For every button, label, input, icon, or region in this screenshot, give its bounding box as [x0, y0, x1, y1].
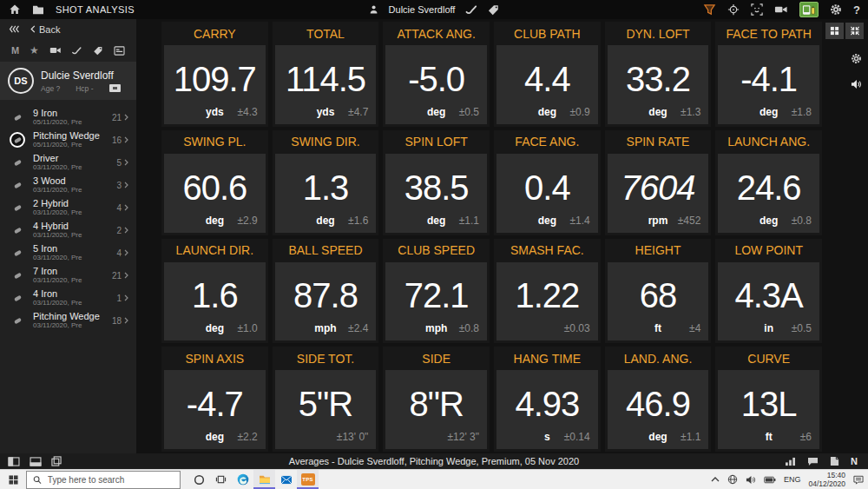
metric-label: SIDE TOT. — [273, 347, 379, 370]
metric-tile[interactable]: SIDE 8"R ±12' 3" — [383, 347, 490, 452]
club-list-item[interactable]: Pitching Wedge 05/11/2020, Pre 16 — [0, 129, 136, 151]
settings-gear-icon[interactable] — [830, 3, 842, 16]
active-player-name[interactable]: Dulcie Sverdloff — [389, 4, 456, 15]
club-count: 2 — [116, 226, 128, 235]
club-list-item[interactable]: 7 Iron 03/11/2020, Pre 21 — [0, 264, 136, 287]
folder-icon[interactable] — [32, 4, 44, 15]
battery-icon[interactable] — [764, 476, 776, 484]
favorite-star-icon[interactable]: ★ — [30, 44, 39, 56]
metric-tolerance: ±452 — [678, 215, 701, 227]
cortana-icon[interactable] — [188, 470, 210, 489]
metric-tile[interactable]: SPIN RATE 7604 rpm ±452 — [605, 130, 712, 235]
player-row[interactable]: DS Dulcie Sverdloff Age ? Hcp - — [0, 62, 136, 100]
grid-view-button[interactable] — [825, 23, 844, 39]
metric-tolerance: ±0.5 — [792, 322, 812, 334]
club-list-item[interactable]: 9 Iron 05/11/2020, Pre 21 — [0, 106, 136, 129]
club-list-item[interactable]: 4 Hybrid 03/11/2020, Pre 2 — [0, 219, 136, 241]
tag-icon[interactable] — [487, 4, 499, 16]
video-camera-icon[interactable] — [774, 4, 788, 15]
metric-tile[interactable]: SWING DIR. 1.3 deg ±1.6 — [273, 130, 379, 235]
action-center-icon[interactable] — [853, 475, 864, 485]
face-detect-icon[interactable] — [751, 3, 763, 16]
page-title: SHOT ANALYSIS — [56, 4, 135, 15]
home-icon[interactable] — [9, 3, 21, 16]
metric-tile[interactable]: CLUB SPEED 72.1 mph ±0.8 — [383, 239, 490, 344]
exit-fullscreen-button[interactable] — [845, 23, 864, 39]
metric-tile[interactable]: TOTAL 114.5 yds ±4.7 — [273, 22, 379, 127]
metric-body: 46.9 deg ±1.1 — [608, 370, 709, 449]
club-name: 2 Hybrid — [33, 199, 108, 209]
metric-tile[interactable]: HANG TIME 4.93 s ±0.14 — [494, 347, 601, 452]
metric-tile[interactable]: LAUNCH DIR. 1.6 deg ±1.0 — [161, 239, 268, 344]
metric-tile[interactable]: HEIGHT 68 ft ±4 — [605, 239, 712, 344]
help-button[interactable]: ? — [853, 3, 860, 17]
metric-tile[interactable]: FACE TO PATH -4.1 deg ±1.8 — [715, 22, 822, 127]
metric-footer: deg ±0.5 — [385, 106, 487, 118]
tray-chevron-icon[interactable] — [711, 477, 720, 482]
language-indicator[interactable]: ENG — [784, 475, 801, 484]
metric-tile[interactable]: SPIN LOFT 38.5 deg ±1.1 — [383, 130, 490, 235]
metric-tile[interactable]: LAUNCH ANG. 24.6 deg ±0.8 — [715, 130, 822, 235]
club-head-icon — [10, 132, 25, 148]
club-list-item[interactable]: 2 Hybrid 03/11/2020, Pre 4 — [0, 196, 136, 219]
search-input[interactable] — [48, 475, 174, 485]
club-text: Pitching Wedge 03/11/2020, Pre — [33, 312, 104, 330]
club-text: 3 Wood 03/11/2020, Pre — [33, 176, 108, 195]
topbar-right: ? — [703, 2, 868, 17]
player-card-icon[interactable] — [109, 84, 121, 92]
club-list-item[interactable]: Pitching Wedge 03/11/2020, Pre 18 — [0, 309, 136, 332]
metric-tile[interactable]: SWING PL. 60.6 deg ±2.9 — [161, 130, 268, 235]
metric-tile[interactable]: LOW POINT 4.3A in ±0.5 — [715, 239, 822, 344]
filter-funnel-icon[interactable] — [703, 3, 716, 16]
start-button[interactable] — [0, 470, 26, 489]
metric-value: 24.6 — [737, 169, 801, 208]
metric-tile[interactable]: DYN. LOFT 33.2 deg ±1.3 — [605, 22, 712, 127]
status-bar: Averages - Dulcie Sverdloff, Pitching We… — [0, 453, 868, 469]
filter-card-icon[interactable] — [114, 46, 125, 56]
club-text: Pitching Wedge 05/11/2020, Pre — [33, 131, 104, 149]
mail-icon[interactable] — [275, 470, 297, 489]
club-count: 21 — [112, 113, 128, 122]
club-list-item[interactable]: 3 Wood 03/11/2020, Pre 3 — [0, 174, 136, 196]
filter-club-icon[interactable] — [71, 46, 82, 56]
device-connected-indicator[interactable] — [799, 2, 819, 17]
metric-tile[interactable]: SMASH FAC. 1.22 ±0.03 — [494, 239, 601, 344]
metric-footer: rpm ±452 — [608, 215, 709, 227]
club-check-icon[interactable] — [464, 4, 477, 16]
chevron-right-icon — [124, 204, 128, 211]
metric-value: 4.3A — [735, 276, 803, 315]
collapse-sidebar-icon[interactable] — [9, 25, 20, 33]
network-globe-icon[interactable] — [727, 474, 738, 485]
metric-tile[interactable]: ATTACK ANG. -5.0 deg ±0.5 — [383, 22, 490, 127]
panel-settings-icon[interactable] — [851, 53, 862, 64]
filter-m-icon[interactable]: M — [11, 45, 19, 56]
audio-speaker-icon[interactable] — [851, 79, 862, 89]
metric-tile[interactable]: CLUB PATH 4.4 deg ±0.9 — [494, 22, 601, 127]
filter-video-icon[interactable] — [49, 46, 62, 55]
tray-volume-icon[interactable] — [746, 475, 756, 485]
taskbar-search[interactable] — [26, 471, 181, 489]
club-list-item[interactable]: 4 Iron 03/11/2020, Pre 1 — [0, 287, 136, 309]
club-list-item[interactable]: 5 Iron 03/11/2020, Pre 4 — [0, 241, 136, 264]
file-explorer-icon[interactable] — [253, 470, 275, 489]
metric-tile[interactable]: CARRY 109.7 yds ±4.3 — [161, 22, 268, 127]
back-button[interactable]: Back — [30, 24, 60, 35]
filter-tag-icon[interactable] — [93, 46, 103, 56]
edge-browser-icon[interactable] — [232, 470, 253, 489]
content-area: Back M ★ DS — [0, 19, 868, 453]
metric-tile[interactable]: LAND. ANG. 46.9 deg ±1.1 — [605, 347, 712, 452]
metric-tile[interactable]: FACE ANG. 0.4 deg ±1.4 — [494, 130, 601, 235]
metric-body: -4.1 deg ±1.8 — [718, 45, 819, 124]
crosshair-icon[interactable] — [727, 3, 740, 16]
metric-label: TOTAL — [273, 22, 379, 45]
club-list-item[interactable]: Driver 03/11/2020, Pre 5 — [0, 151, 136, 174]
metric-tile[interactable]: CURVE 13L ft ±6 — [715, 347, 822, 452]
metric-tile[interactable]: BALL SPEED 87.8 mph ±2.4 — [273, 239, 379, 344]
metric-value: 38.5 — [404, 169, 469, 208]
clock[interactable]: 15:40 04/12/2020 — [808, 471, 845, 488]
task-view-icon[interactable] — [210, 470, 232, 489]
metric-tile[interactable]: SPIN AXIS -4.7 deg ±2.2 — [161, 347, 268, 452]
tps-app-icon[interactable]: TPS — [297, 470, 319, 489]
club-name: 9 Iron — [33, 109, 104, 119]
metric-tile[interactable]: SIDE TOT. 5"R ±13' 0" — [273, 347, 379, 452]
